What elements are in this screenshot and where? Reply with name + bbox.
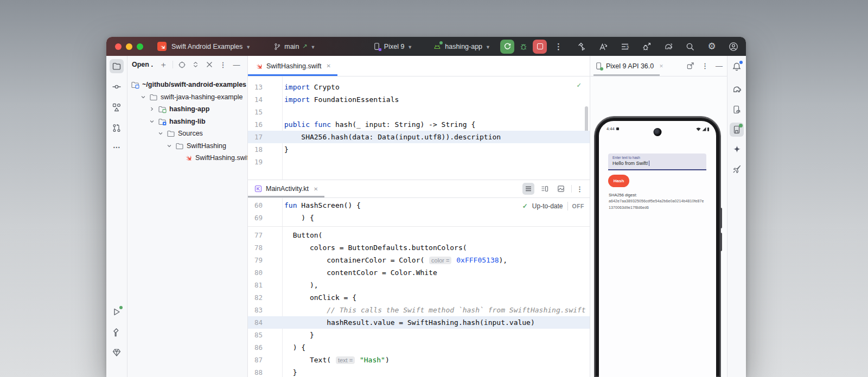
- line-number: 78: [248, 244, 263, 252]
- code-line[interactable]: 78 colors = ButtonDefaults.buttonColors(: [248, 241, 590, 254]
- code-line[interactable]: 82 onClick = {: [248, 291, 590, 304]
- stop-button[interactable]: [533, 40, 547, 54]
- tree-item[interactable]: swift-java-hashing-example: [127, 91, 247, 104]
- structure-tool-icon[interactable]: [110, 100, 124, 114]
- close-window-button[interactable]: [115, 43, 122, 50]
- code-line[interactable]: 15: [248, 106, 590, 118]
- tree-item[interactable]: SwiftHashing.swift: [127, 152, 247, 164]
- debug-button[interactable]: [516, 40, 531, 54]
- todo-list-icon[interactable]: 5: [620, 42, 630, 52]
- tree-item-label: ~/github/swift-android-examples: [142, 81, 246, 88]
- attach-debugger-icon[interactable]: [642, 42, 652, 52]
- build-tool-icon[interactable]: [110, 325, 124, 340]
- code-line[interactable]: 17 SHA256.hash(data: Data(input.utf8)).d…: [248, 131, 590, 143]
- settings-gear-icon[interactable]: ⚙: [707, 42, 717, 52]
- tab-mainactivity-kt[interactable]: MainActivity.kt ✕: [248, 180, 324, 197]
- running-devices-icon[interactable]: [730, 123, 744, 137]
- code-line[interactable]: 84 hashResult.value = SwiftHashing.hash(…: [248, 316, 590, 329]
- code-line[interactable]: 86 ) {: [248, 341, 590, 354]
- code-line[interactable]: 85 }: [248, 329, 590, 341]
- commit-tool-icon[interactable]: [110, 80, 124, 94]
- code-line[interactable]: 83 // This calls the Swift method `hash`…: [248, 304, 590, 316]
- ai-assist-icon[interactable]: [598, 42, 608, 52]
- options-kebab-icon[interactable]: ⋮: [219, 60, 227, 69]
- tab-swifthashing-swift[interactable]: SwiftHashing.swift ✕: [248, 56, 337, 76]
- run-tool-icon[interactable]: [110, 305, 124, 319]
- gradle-elephant-icon[interactable]: [730, 82, 744, 96]
- airplane-icon[interactable]: [730, 162, 744, 176]
- expand-all-icon[interactable]: [192, 60, 200, 69]
- hash-input-field[interactable]: Enter text to hash Hello from Swift!: [608, 154, 706, 170]
- close-tab-icon[interactable]: ✕: [326, 63, 330, 69]
- line-number: 14: [248, 95, 263, 104]
- account-icon[interactable]: [729, 42, 738, 52]
- code-line[interactable]: 81 ),: [248, 279, 590, 291]
- gemini-star-icon[interactable]: [730, 142, 744, 156]
- pull-requests-tool-icon[interactable]: [110, 121, 124, 135]
- chevron-down-icon[interactable]: [157, 130, 164, 137]
- emulator-screen[interactable]: 4:44 Enter text to hash Hello from Swift…: [599, 121, 716, 377]
- code-view-icon[interactable]: [522, 183, 534, 195]
- design-view-icon[interactable]: [555, 183, 567, 195]
- code-line[interactable]: 80 contentColor = Color.White: [248, 266, 590, 279]
- device-tab[interactable]: Pixel 9 API 36.0 ✕: [595, 62, 663, 70]
- kotlin-editor[interactable]: ✓ Up-to-date OFF 60fun HashScreen() {69 …: [248, 198, 590, 377]
- notifications-bell-icon[interactable]: [730, 60, 744, 74]
- hide-device-panel-icon[interactable]: —: [716, 62, 723, 70]
- branch-selector[interactable]: main ↗ ▼: [273, 43, 315, 50]
- code-line[interactable]: 79 containerColor = Color( color = 0xFFF…: [248, 254, 590, 266]
- chevron-down-icon[interactable]: [165, 142, 173, 150]
- code-line[interactable]: 19: [248, 156, 590, 168]
- build-run-icon[interactable]: [577, 42, 586, 52]
- project-selector[interactable]: Swift Android Examples ▼: [171, 43, 251, 50]
- device-kebab-icon[interactable]: ⋮: [701, 62, 709, 70]
- field-label: Enter text to hash: [612, 156, 706, 159]
- project-pane-title[interactable]: Open .: [132, 61, 153, 68]
- more-actions-icon[interactable]: ⋮: [554, 42, 563, 52]
- editor-kebab-icon[interactable]: ⋮: [576, 185, 583, 193]
- code-line[interactable]: 60fun HashScreen() {: [248, 199, 590, 212]
- code-line[interactable]: 13import Crypto: [248, 81, 590, 93]
- hide-panel-icon[interactable]: —: [232, 60, 241, 69]
- running-device-icon: [595, 62, 603, 70]
- chevron-down-icon: ▼: [407, 44, 412, 50]
- run-config-selector[interactable]: hashing-app ▼: [433, 42, 490, 51]
- emulator-phone-frame: 4:44 Enter text to hash Hello from Swift…: [595, 117, 720, 377]
- code-text: import FoundationEssentials: [284, 95, 399, 104]
- rerun-button[interactable]: [500, 40, 514, 54]
- code-line[interactable]: 16public func hash(_ input: String) -> S…: [248, 118, 590, 131]
- split-view-icon[interactable]: [539, 183, 551, 195]
- collapse-all-icon[interactable]: [205, 60, 214, 69]
- tree-item[interactable]: Sources: [127, 127, 247, 140]
- tree-item[interactable]: hashing-lib: [127, 116, 247, 128]
- locate-file-icon[interactable]: [178, 60, 187, 69]
- code-line[interactable]: 87 Text( text = "Hash"): [248, 354, 590, 366]
- tree-item[interactable]: SwiftHashing: [127, 140, 247, 152]
- chevron-down-icon[interactable]: [148, 118, 156, 125]
- device-manager-icon[interactable]: [730, 103, 744, 117]
- tree-item[interactable]: hashing-app: [127, 103, 247, 116]
- code-line[interactable]: 69 ) {: [248, 212, 590, 224]
- project-tool-icon[interactable]: [110, 59, 124, 73]
- code-line[interactable]: 77 Button(: [248, 229, 590, 241]
- code-line[interactable]: 14import FoundationEssentials: [248, 93, 590, 106]
- swift-editor[interactable]: ✓ 13import Crypto14import FoundationEsse…: [248, 76, 590, 180]
- minimize-window-button[interactable]: [126, 43, 132, 50]
- open-in-window-icon[interactable]: [686, 62, 694, 70]
- gradle-sync-icon[interactable]: [663, 42, 673, 52]
- hash-button[interactable]: Hash: [608, 175, 629, 187]
- ide-window: Swift Android Examples ▼ main ↗ ▼ Pixel …: [106, 37, 746, 377]
- gem-tool-icon[interactable]: [110, 346, 124, 360]
- tree-item[interactable]: ~/github/swift-android-examples: [127, 79, 247, 91]
- device-selector[interactable]: Pixel 9 ▼: [373, 42, 412, 50]
- search-icon[interactable]: [685, 42, 695, 52]
- close-device-tab-icon[interactable]: ✕: [659, 63, 663, 69]
- chevron-down-icon[interactable]: [139, 93, 147, 101]
- add-icon[interactable]: ＋: [159, 60, 168, 69]
- close-tab-icon[interactable]: ✕: [314, 186, 318, 192]
- zoom-window-button[interactable]: [137, 43, 143, 50]
- chevron-right-icon[interactable]: [148, 105, 156, 113]
- more-tools-icon[interactable]: ⋯: [110, 140, 124, 154]
- code-line[interactable]: 18}: [248, 143, 590, 156]
- code-line[interactable]: 88 }: [248, 366, 590, 377]
